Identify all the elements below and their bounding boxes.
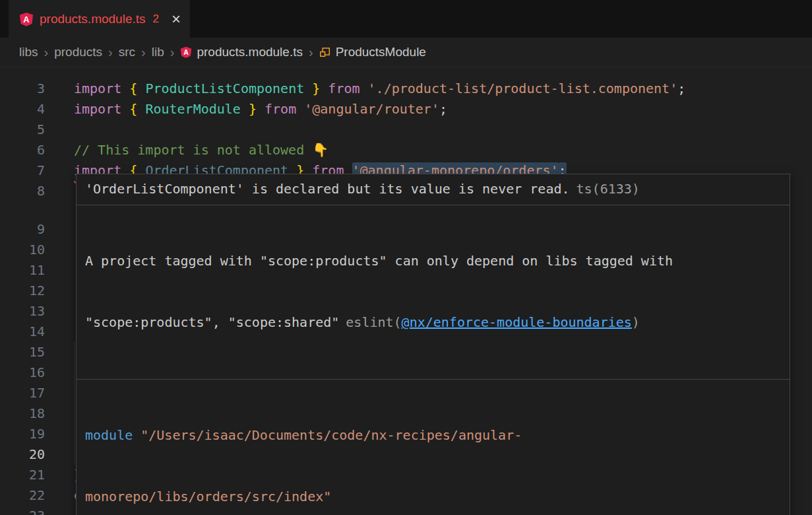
line-number[interactable]: 8 [0, 181, 63, 201]
tab-close-icon[interactable]: × [172, 11, 181, 27]
breadcrumb-item-productsmodule[interactable]: ProductsModule [319, 45, 426, 59]
line-number[interactable]: 18 [0, 403, 63, 424]
code-text: // This import is not allowed 👇 [63, 140, 328, 160]
angular-icon: A [180, 46, 192, 58]
code-editor: 3import { ProductListComponent } from '.… [0, 67, 812, 515]
tab-products-module[interactable]: A products.module.ts 2 × [9, 0, 190, 38]
line-number[interactable]: 6 [0, 140, 63, 160]
token-cmt: // This import is not allowed [74, 142, 312, 158]
token-ws [241, 101, 249, 117]
code-text [63, 181, 74, 201]
breadcrumb-label: ProductsModule [336, 45, 426, 59]
breadcrumb: libs›products›src›lib›Aproducts.module.t… [0, 38, 812, 67]
line-number[interactable]: 23 [0, 506, 63, 515]
indent-guide [74, 362, 75, 383]
indent-guide [74, 403, 75, 424]
chevron-right-icon: › [170, 46, 175, 59]
breadcrumb-label: products [54, 45, 102, 59]
ts-diagnostic-message: 'OrderListComponent' is declared but its… [77, 174, 790, 205]
diagnostic-source-close: ) [632, 314, 640, 330]
line-number[interactable]: 21 [0, 465, 63, 485]
breadcrumb-item-lib[interactable]: lib [152, 45, 164, 59]
code-text [63, 322, 74, 342]
token-ws [320, 81, 328, 96]
breadcrumb-label: lib [152, 45, 164, 59]
line-number[interactable]: 19 [0, 424, 63, 444]
diagnostic-text: 'OrderListComponent' is declared but its… [85, 181, 570, 197]
token-ws [121, 101, 129, 117]
token-str: './product-list/product-list.component' [368, 81, 678, 96]
line-number[interactable]: 22 [0, 485, 63, 506]
chevron-right-icon: › [141, 46, 146, 59]
token-b1: { [129, 101, 137, 117]
diagnostic-source-open: eslint( [346, 314, 401, 330]
code-text [63, 120, 74, 140]
diagnostic-text-line2: "scope:products", "scope:shared"eslint(@… [85, 312, 781, 333]
line-number[interactable]: 11 [0, 260, 63, 281]
svg-text:A: A [184, 48, 189, 56]
token-b1: } [312, 81, 320, 96]
eslint-diagnostic-message: A project tagged with "scope:products" c… [77, 205, 790, 379]
module-path: "/Users/isaac/Documents/code/nx-recipes/… [141, 427, 522, 443]
diagnostic-text-line1: A project tagged with "scope:products" c… [85, 251, 781, 271]
hover-popup: 'OrderListComponent' is declared but its… [76, 174, 790, 515]
indent-guide [74, 424, 75, 444]
line-number[interactable]: 3 [0, 79, 63, 99]
token-ws [121, 81, 129, 96]
code-text [63, 260, 74, 281]
code-line-3[interactable]: 3import { ProductListComponent } from '.… [0, 79, 812, 99]
indent-guide [74, 383, 75, 403]
diagnostic-source: ts(6133) [577, 181, 640, 197]
code-line-4[interactable]: 4import { RouterModule } from '@angular/… [0, 99, 812, 120]
line-number[interactable]: 4 [0, 99, 63, 120]
code-text [63, 301, 74, 322]
line-number[interactable]: 16 [0, 362, 63, 383]
line-number[interactable]: 14 [0, 322, 63, 342]
pointing-down-emoji: 👇 [312, 142, 328, 158]
breadcrumb-item-products-module-ts[interactable]: Aproducts.module.ts [180, 45, 303, 59]
breadcrumb-label: products.module.ts [197, 45, 303, 59]
code-text: import { ProductListComponent } from './… [63, 79, 685, 99]
line-number[interactable]: 7 [0, 160, 63, 181]
diagnostic-text: "scope:products", "scope:shared" [85, 314, 339, 330]
breadcrumb-item-libs[interactable]: libs [19, 45, 38, 59]
tab-filename: products.module.ts [40, 12, 146, 26]
token-str: '@angular/router' [304, 101, 439, 117]
code-text [63, 281, 74, 301]
tab-bar: A products.module.ts 2 × [0, 0, 812, 38]
breadcrumb-item-products[interactable]: products [54, 45, 102, 59]
breadcrumb-item-src[interactable]: src [119, 45, 135, 59]
token-punc: ; [677, 81, 685, 96]
eslint-rule-link[interactable]: @nx/enforce-module-boundaries [402, 314, 632, 330]
line-number[interactable]: 13 [0, 301, 63, 322]
module-keyword: module [85, 427, 133, 443]
token-ws [137, 101, 145, 117]
code-line-5[interactable]: 5 [0, 120, 812, 140]
line-number[interactable]: 17 [0, 383, 63, 403]
code-line-6[interactable]: 6// This import is not allowed 👇 [0, 140, 812, 160]
line-number[interactable]: 5 [0, 120, 63, 140]
token-ws [360, 81, 368, 96]
svg-text:A: A [23, 15, 29, 24]
token-kw: from [328, 81, 359, 96]
token-kw: import [74, 81, 121, 96]
class-icon [319, 46, 331, 58]
chevron-right-icon: › [108, 46, 113, 59]
line-number[interactable]: 15 [0, 342, 63, 362]
indent-guide [74, 444, 75, 465]
code-text [63, 506, 74, 515]
module-path-continued: monorepo/libs/orders/src/index" [85, 489, 331, 504]
chevron-right-icon: › [309, 46, 313, 59]
token-ws [296, 101, 304, 117]
breadcrumb-label: src [119, 45, 135, 59]
angular-icon: A [19, 12, 34, 26]
token-b1: } [249, 101, 257, 117]
line-number[interactable]: 10 [0, 240, 63, 260]
token-ws [137, 81, 145, 96]
token-ws [304, 81, 312, 96]
line-number[interactable]: 12 [0, 281, 63, 301]
line-number[interactable]: 9 [0, 219, 63, 240]
line-number[interactable]: 20 [0, 444, 63, 465]
module-quickinfo: module"/Users/isaac/Documents/code/nx-re… [77, 380, 790, 515]
breadcrumb-label: libs [19, 45, 38, 59]
